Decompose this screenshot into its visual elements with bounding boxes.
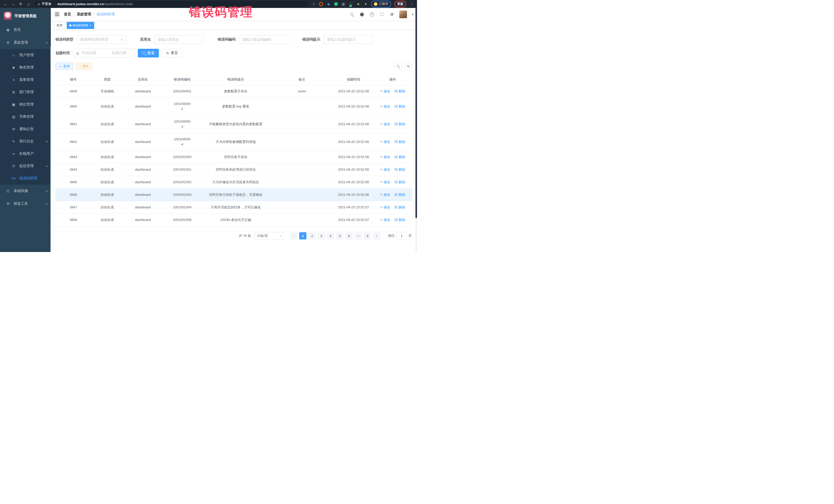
page-size-select[interactable]: 10条/页 ∨ <box>255 232 284 240</box>
avatar-caret-down-icon[interactable]: ▾ <box>412 13 413 16</box>
extensions-puzzle-icon[interactable]: ✦ <box>364 2 368 6</box>
extension-green-check-icon[interactable]: ✓ <box>334 2 338 6</box>
browser-reload-icon[interactable]: ↻ <box>18 0 24 8</box>
date-range-picker[interactable]: ▦ 开始日期 - 结束日期 <box>73 49 135 58</box>
page-button-8[interactable]: 8 <box>364 232 371 239</box>
sidebar-item-error-code[interactable]: </>错误码管理 <box>0 172 51 184</box>
edit-link[interactable]: ✎修改 <box>380 89 390 93</box>
close-tab-icon[interactable]: × <box>89 24 92 27</box>
cell-type: 自动生成 <box>91 176 123 189</box>
delete-link[interactable]: ⌧删除 <box>394 180 405 184</box>
scrollbar-thumb[interactable] <box>415 8 417 218</box>
delete-link[interactable]: ⌧删除 <box>394 193 405 197</box>
toggle-search-button[interactable] <box>394 62 402 70</box>
sidebar-toggle-icon[interactable] <box>54 12 60 17</box>
reset-button[interactable]: ↻ 重置 <box>162 49 182 58</box>
edit-link[interactable]: ✎修改 <box>380 155 390 159</box>
add-button[interactable]: ＋ 新增 <box>56 63 73 70</box>
sidebar-item-online-user[interactable]: ∞在线用户 <box>0 148 51 160</box>
extension-tampermonkey-icon[interactable]: on <box>349 2 353 6</box>
edit-link[interactable]: ✎修改 <box>380 140 390 144</box>
breadcrumb-item[interactable]: 系统管理 <box>77 12 91 17</box>
sidebar-item-home[interactable]: ◉首页 <box>0 23 51 36</box>
prev-page-button[interactable]: ‹ <box>290 232 297 239</box>
edit-link[interactable]: ✎修改 <box>380 193 390 197</box>
browser-back-icon[interactable]: ← <box>2 0 9 8</box>
sidebar-item-sms[interactable]: ☏短信管理∨ <box>0 160 51 172</box>
delete-link[interactable]: ⌧删除 <box>394 140 405 144</box>
edit-link[interactable]: ✎修改 <box>380 205 390 209</box>
extension-grid-icon[interactable]: ▦ <box>341 2 345 6</box>
sidebar-item-menu[interactable]: ≡菜单管理 <box>0 74 51 86</box>
extension-gem-icon[interactable]: ◆ <box>326 2 331 6</box>
delete-link[interactable]: ⌧删除 <box>394 205 405 209</box>
cell-id: 3941 <box>56 115 91 133</box>
page-button-4[interactable]: 4 <box>327 232 334 239</box>
error-type-select[interactable]: 请选择错误码类型 ∨ <box>77 35 126 44</box>
plus-icon: ＋ <box>59 64 62 68</box>
gear-icon: ⚙ <box>5 41 11 45</box>
docs-help-icon[interactable]: ? <box>369 12 374 17</box>
delete-link[interactable]: ⌧删除 <box>394 168 405 171</box>
page-button-3[interactable]: 3 <box>318 232 325 239</box>
page-button-6[interactable]: 6 <box>345 232 353 239</box>
page-scrollbar[interactable] <box>415 8 417 252</box>
user-avatar[interactable] <box>399 10 407 18</box>
edit-link[interactable]: ✎修改 <box>380 218 390 222</box>
fullscreen-icon[interactable]: ↖↗↙↘ <box>379 12 385 17</box>
cell-id: 3948 <box>56 214 91 226</box>
browser-update-button[interactable]: 更新 <box>394 1 406 7</box>
edit-link[interactable]: ✎修改 <box>380 168 390 171</box>
sidebar-item-user[interactable]: ☺用户管理 <box>0 49 51 61</box>
paused-badge[interactable]: 已暂停 <box>371 1 391 7</box>
sidebar-item-role[interactable]: ☻角色管理 <box>0 61 51 74</box>
edit-icon: ✎ <box>380 123 383 126</box>
browser-menu-dots-icon[interactable]: ⋮ <box>410 2 413 6</box>
app-name-input[interactable] <box>154 35 203 44</box>
edit-link[interactable]: ✎修改 <box>380 122 390 126</box>
export-button[interactable]: ↓ 导出 <box>76 63 92 70</box>
sidebar-item-infrastructure[interactable]: ☑基础设施∨ <box>0 184 51 197</box>
browser-address-bar[interactable]: ⚠ 不安全 dashboard.yudao.iocoder.cn/system/… <box>35 1 308 7</box>
jump-page-input[interactable] <box>396 232 407 239</box>
app-logo[interactable]: 芋道管理系统 <box>0 8 51 23</box>
page-ellipsis[interactable]: ••• <box>355 232 362 239</box>
sidebar-item-notice[interactable]: ✉通知公告 <box>0 123 51 135</box>
cell-memo: ceshi <box>270 85 334 98</box>
delete-link[interactable]: ⌧删除 <box>394 218 405 222</box>
sidebar-item-post[interactable]: ▣岗位管理 <box>0 98 51 111</box>
edit-link[interactable]: ✎修改 <box>380 180 390 184</box>
page-button-1[interactable]: 1 <box>299 232 306 239</box>
browser-forward-icon[interactable]: → <box>10 0 17 8</box>
tab-错误码管理[interactable]: 错误码管理× <box>67 22 94 29</box>
github-icon[interactable] <box>359 12 365 17</box>
emoji-face-icon <box>374 2 377 6</box>
error-hint-input[interactable] <box>324 35 373 44</box>
delete-link[interactable]: ⌧删除 <box>394 89 405 93</box>
breadcrumb-item[interactable]: 首页 <box>64 12 71 17</box>
extension-person-icon[interactable]: ☻ <box>356 2 360 6</box>
create-time-label: 创建时间 <box>56 51 70 56</box>
sidebar-item-audit-log[interactable]: ✎审计日志∨ <box>0 135 51 148</box>
delete-link[interactable]: ⌧删除 <box>394 155 405 159</box>
header-search-icon[interactable] <box>349 12 354 17</box>
font-size-icon[interactable]: tT <box>389 12 394 17</box>
extension-orange-icon[interactable] <box>319 2 323 6</box>
main-area: 首页/系统管理/错误码管理 ? ↖↗↙↘ tT ▾ 首页错误码管理× <box>51 8 417 252</box>
bookmark-star-icon[interactable]: ☆ <box>312 2 316 6</box>
page-button-2[interactable]: 2 <box>308 232 316 239</box>
sidebar-item-dev-tools[interactable]: ⚒研发工具∨ <box>0 197 51 210</box>
error-code-input[interactable] <box>239 35 288 44</box>
sidebar-item-dept[interactable]: ⊞部门管理 <box>0 86 51 98</box>
edit-link[interactable]: ✎修改 <box>380 105 390 108</box>
next-page-button[interactable]: › <box>373 232 380 239</box>
tab-首页[interactable]: 首页 <box>54 22 65 29</box>
sidebar-item-dict[interactable]: ▤字典管理 <box>0 111 51 123</box>
search-button[interactable]: 搜索 <box>138 49 159 58</box>
delete-link[interactable]: ⌧删除 <box>394 122 405 126</box>
page-button-5[interactable]: 5 <box>336 232 343 239</box>
refresh-table-button[interactable]: ↻ <box>405 62 412 70</box>
sidebar-item-system[interactable]: ⚙系统管理∧ <box>0 36 51 49</box>
browser-home-icon[interactable]: ⌂ <box>25 0 32 8</box>
delete-link[interactable]: ⌧删除 <box>394 105 405 108</box>
